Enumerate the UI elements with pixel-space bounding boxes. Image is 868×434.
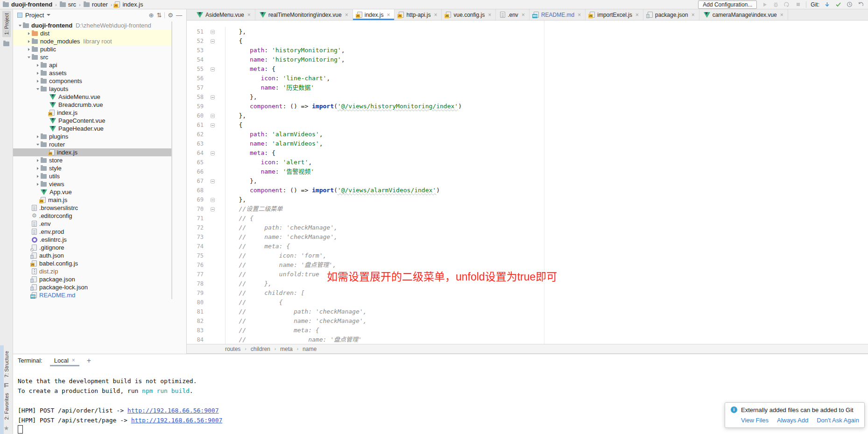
git-rollback-icon[interactable] (857, 1, 864, 8)
tree-row[interactable]: ⚙.editorconfig (13, 212, 171, 220)
fold-marker-icon[interactable] (211, 67, 215, 71)
editor-tab[interactable]: MDREADME.md× (529, 9, 586, 20)
git-history-icon[interactable] (846, 1, 853, 8)
chevron-collapsed-icon[interactable] (35, 183, 41, 186)
breadcrumb-segment[interactable]: index.js (122, 1, 143, 8)
chevron-collapsed-icon[interactable] (35, 135, 41, 138)
tree-row[interactable]: Breadcrumb.vue (13, 101, 171, 109)
tree-row[interactable]: MDREADME.md (13, 291, 171, 299)
breadcrumb-segment[interactable]: router (92, 1, 108, 8)
stripe-button-project[interactable]: 1: Project (2, 11, 11, 37)
close-icon[interactable]: × (522, 12, 525, 18)
tree-row[interactable]: style (13, 164, 171, 172)
project-panel-title[interactable]: Project (25, 12, 44, 19)
tree-row[interactable]: .eslintrc.js (13, 236, 171, 244)
chevron-collapsed-icon[interactable] (35, 72, 41, 75)
chevron-expanded-icon[interactable] (35, 88, 41, 91)
tree-row[interactable]: layouts (13, 85, 171, 93)
tree-row[interactable]: assets (13, 69, 171, 77)
hide-panel-icon[interactable]: — (176, 12, 182, 18)
tree-row[interactable]: .env.prod (13, 228, 171, 236)
breadcrumb-segment[interactable]: duoji-frontend (11, 1, 52, 8)
terminal-link[interactable]: http://192.168.66.56:9007 (131, 417, 223, 424)
stripe-button-favorites[interactable]: 2: Favorites (4, 393, 9, 420)
terminal-link[interactable]: http://192.168.66.56:9007 (127, 407, 219, 414)
tree-row[interactable]: App.vue (13, 188, 171, 196)
editor-tab[interactable]: JSimportExcel.js× (586, 9, 643, 20)
code-breadcrumb-item[interactable]: meta (280, 346, 293, 352)
tree-row[interactable]: store (13, 156, 171, 164)
fold-marker-icon[interactable] (211, 207, 215, 211)
close-icon[interactable]: × (434, 12, 437, 18)
editor-tab[interactable]: realTimeMonitoring\index.vue× (255, 9, 353, 20)
tree-row[interactable]: {}package-lock.json (13, 283, 171, 291)
close-icon[interactable]: × (387, 12, 390, 18)
tree-row[interactable]: .env (13, 220, 171, 228)
code-editor[interactable]: 51 },52 {53 path: 'historyMonitoring',54… (187, 21, 868, 344)
chevron-collapsed-icon[interactable] (35, 175, 41, 178)
tree-row[interactable]: JSbabel.config.js (13, 259, 171, 267)
close-icon[interactable]: × (72, 357, 75, 364)
stop-icon[interactable] (795, 1, 802, 8)
fold-marker-icon[interactable] (211, 39, 215, 43)
chevron-collapsed-icon[interactable] (35, 159, 41, 162)
chevron-down-icon[interactable] (47, 14, 50, 16)
breadcrumb-segment[interactable]: src (68, 1, 76, 8)
settings-gear-icon[interactable]: ⚙ (168, 12, 173, 18)
git-commit-icon[interactable] (835, 1, 842, 8)
tree-row[interactable]: PageContent.vue (13, 117, 171, 125)
notification-action-link[interactable]: Don't Ask Again (817, 417, 859, 424)
close-icon[interactable]: × (345, 12, 348, 18)
locate-icon[interactable]: ⊕ (149, 12, 154, 18)
tree-row[interactable]: {}auth.json (13, 252, 171, 259)
stripe-button-structure[interactable]: 7: Structure (4, 351, 9, 378)
fold-marker-icon[interactable] (211, 95, 215, 99)
close-icon[interactable]: × (635, 12, 639, 18)
editor-tab[interactable]: JSindex.js× (353, 9, 395, 20)
tree-row[interactable]: dist.zip (13, 267, 171, 275)
run-with-coverage-icon[interactable] (783, 1, 790, 8)
tree-row[interactable]: api (13, 61, 171, 69)
chevron-collapsed-icon[interactable] (35, 167, 41, 170)
editor-tab[interactable]: AsideMenu.vue× (192, 9, 255, 20)
chevron-collapsed-icon[interactable] (35, 64, 41, 67)
fold-marker-icon[interactable] (211, 198, 215, 202)
code-breadcrumb-item[interactable]: routes (225, 346, 240, 352)
tree-row[interactable]: .browserslistrc (13, 204, 171, 212)
terminal-tab-local[interactable]: Local × (50, 355, 79, 366)
editor-tab[interactable]: cameraManage\index.vue× (699, 9, 788, 20)
notification-action-link[interactable]: View Files (741, 417, 769, 424)
close-icon[interactable]: × (247, 12, 251, 18)
tree-row[interactable]: JSindex.js (13, 148, 171, 156)
new-terminal-tab-icon[interactable]: + (87, 357, 91, 364)
tree-row[interactable]: components (13, 77, 171, 85)
tree-row[interactable]: JSmain.js (13, 196, 171, 204)
tree-row[interactable]: dist (13, 29, 171, 37)
chevron-expanded-icon[interactable] (17, 24, 23, 27)
editor-tab[interactable]: {}package.json× (643, 9, 699, 20)
git-update-icon[interactable] (824, 1, 831, 8)
chevron-expanded-icon[interactable] (35, 143, 41, 146)
tree-row[interactable]: PageHeader.vue (13, 125, 171, 133)
fold-marker-icon[interactable] (211, 114, 215, 118)
fold-marker-icon[interactable] (211, 123, 215, 127)
editor-tab[interactable]: JShttp-api.js× (395, 9, 442, 20)
tree-row[interactable]: JSindex.js (13, 109, 171, 117)
run-icon[interactable] (761, 1, 768, 8)
tree-row[interactable]: public (13, 45, 171, 53)
tree-row[interactable]: .gitignore (13, 244, 171, 252)
tree-row[interactable]: AsideMenu.vue (13, 93, 171, 101)
tree-row[interactable]: views (13, 180, 171, 188)
tree-row[interactable]: src (13, 53, 171, 61)
close-icon[interactable]: × (578, 12, 581, 18)
fold-marker-icon[interactable] (211, 30, 215, 34)
tree-row[interactable]: duoji-frontendD:\zheheWeb\duoji-frontend (13, 21, 171, 29)
notification-action-link[interactable]: Always Add (777, 417, 808, 424)
code-breadcrumb-item[interactable]: name (303, 346, 317, 352)
tree-row[interactable]: node_moduleslibrary root (13, 37, 171, 45)
chevron-collapsed-icon[interactable] (26, 40, 32, 43)
chevron-collapsed-icon[interactable] (26, 32, 32, 35)
close-icon[interactable]: × (692, 12, 695, 18)
fold-marker-icon[interactable] (211, 151, 215, 155)
tree-row[interactable]: plugins (13, 133, 171, 140)
